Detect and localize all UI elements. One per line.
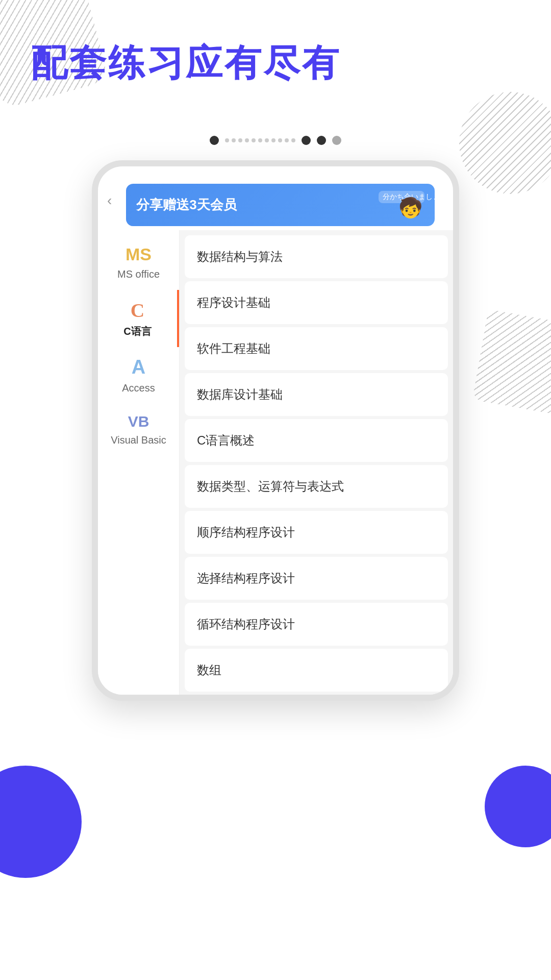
dot-line: [225, 138, 295, 142]
vb-icon: VB: [128, 413, 149, 430]
dot-small-6: [258, 138, 262, 142]
dot-small-5: [252, 138, 256, 142]
dot-4: [332, 136, 341, 145]
dot-small-4: [245, 138, 249, 142]
list-item[interactable]: C语言概述: [185, 419, 448, 462]
list-item[interactable]: 选择结构程序设计: [185, 557, 448, 600]
access-label: Access: [122, 381, 155, 395]
list-item[interactable]: 软件工程基础: [185, 327, 448, 370]
sidebar-item-c-language[interactable]: C C语言: [98, 290, 179, 347]
ms-office-label: MS office: [117, 267, 160, 281]
ms-office-icon: MS: [126, 244, 152, 264]
back-button[interactable]: ‹: [107, 192, 112, 209]
dot-1: [210, 136, 219, 145]
decoration-bottom-left: [0, 766, 82, 878]
main-list: 数据结构与算法程序设计基础软件工程基础数据库设计基础C语言概述数据类型、运算符与…: [180, 230, 453, 695]
list-item[interactable]: 顺序结构程序设计: [185, 511, 448, 554]
dot-small-9: [278, 138, 282, 142]
vb-label: Visual Basic: [111, 433, 166, 447]
c-language-label: C语言: [123, 325, 151, 338]
dot-small-1: [225, 138, 229, 142]
sidebar-item-ms-office[interactable]: MS MS office: [98, 235, 179, 290]
dot-small-3: [238, 138, 242, 142]
sidebar: MS MS office C C语言 A Access VB Visual Ba…: [98, 230, 180, 695]
dot-2: [302, 136, 311, 145]
phone-header: ‹ 分享赠送3天会员 分かち合いましょう 🧒: [98, 166, 453, 230]
dot-small-2: [232, 138, 236, 142]
mascot-icon: 🧒: [398, 197, 422, 219]
dot-small-8: [271, 138, 276, 142]
dot-small-10: [285, 138, 289, 142]
sidebar-item-access[interactable]: A Access: [98, 347, 179, 404]
dot-3: [317, 136, 326, 145]
list-item[interactable]: 循环结构程序设计: [185, 603, 448, 646]
access-icon: A: [132, 356, 145, 378]
mascot-area: 分かち合いましょう 🧒: [379, 191, 424, 219]
dot-small-11: [291, 138, 295, 142]
dot-small-7: [265, 138, 269, 142]
decoration-bottom-right: [485, 766, 551, 847]
list-item[interactable]: 数据库设计基础: [185, 373, 448, 416]
list-item[interactable]: 数据结构与算法: [185, 235, 448, 278]
header-section: 配套练习应有尽有: [0, 0, 551, 105]
phone-content: MS MS office C C语言 A Access VB Visual Ba…: [98, 230, 453, 695]
list-item[interactable]: 程序设计基础: [185, 281, 448, 324]
share-banner[interactable]: 分享赠送3天会员 分かち合いましょう 🧒: [126, 184, 435, 226]
header-title: 配套练习应有尽有: [31, 41, 520, 85]
sidebar-item-visual-basic[interactable]: VB Visual Basic: [98, 404, 179, 456]
share-banner-text: 分享赠送3天会员: [136, 196, 236, 214]
list-item[interactable]: 数据类型、运算符与表达式: [185, 465, 448, 508]
list-item[interactable]: 数组: [185, 649, 448, 692]
phone-body: ‹ 分享赠送3天会员 分かち合いましょう 🧒 MS M: [92, 160, 459, 701]
c-language-icon: C: [131, 299, 144, 322]
phone-mockup: ‹ 分享赠送3天会员 分かち合いましょう 🧒 MS M: [0, 160, 551, 701]
pagination: [0, 136, 551, 145]
